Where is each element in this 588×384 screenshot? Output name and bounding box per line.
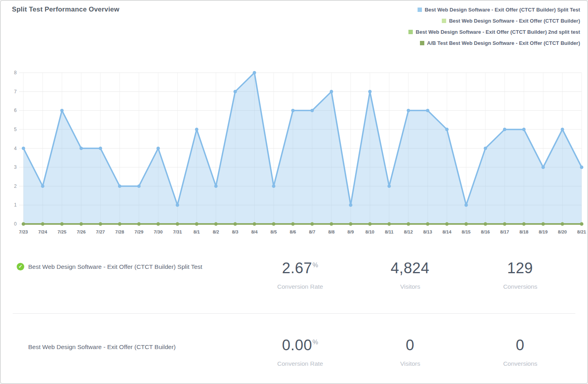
legend-swatch-icon bbox=[418, 8, 422, 12]
data-point[interactable] bbox=[349, 203, 352, 207]
legend-item[interactable]: Best Web Design Software - Exit Offer (C… bbox=[418, 4, 580, 15]
data-point[interactable] bbox=[407, 222, 410, 226]
data-point[interactable] bbox=[464, 203, 468, 207]
data-point[interactable] bbox=[542, 222, 545, 226]
y-axis-tick-label: 8 bbox=[14, 70, 17, 75]
data-point[interactable] bbox=[214, 222, 218, 226]
data-point[interactable] bbox=[426, 109, 429, 112]
chart-svg: 0123456787/237/247/257/267/277/287/297/3… bbox=[1, 52, 588, 239]
test-name-cell: Best Web Design Software - Exit Offer (C… bbox=[13, 337, 245, 351]
data-point[interactable] bbox=[118, 222, 122, 226]
data-point[interactable] bbox=[445, 222, 449, 226]
data-point[interactable] bbox=[60, 109, 64, 112]
data-point[interactable] bbox=[330, 90, 333, 93]
data-point[interactable] bbox=[522, 128, 526, 131]
test-name-label: Best Web Design Software - Exit Offer (C… bbox=[28, 339, 176, 351]
data-point[interactable] bbox=[272, 222, 276, 226]
stats-group: 0.00% Conversion Rate 0 Visitors 0 Conve… bbox=[245, 337, 575, 367]
data-point[interactable] bbox=[368, 222, 372, 226]
data-point[interactable] bbox=[464, 222, 468, 226]
data-point[interactable] bbox=[60, 222, 64, 226]
data-point[interactable] bbox=[234, 222, 237, 226]
data-point[interactable] bbox=[561, 128, 564, 131]
stat-value: 0 bbox=[355, 337, 465, 354]
x-axis-tick-label: 8/11 bbox=[385, 230, 394, 234]
data-point[interactable] bbox=[195, 222, 199, 226]
data-point[interactable] bbox=[291, 109, 295, 112]
x-axis-tick-label: 8/12 bbox=[404, 230, 413, 234]
legend-swatch-icon bbox=[420, 41, 424, 45]
data-point[interactable] bbox=[41, 184, 44, 188]
test-name-label: Best Web Design Software - Exit Offer (C… bbox=[28, 262, 202, 271]
data-point[interactable] bbox=[157, 222, 160, 226]
data-point[interactable] bbox=[407, 109, 410, 112]
data-point[interactable] bbox=[503, 128, 507, 131]
data-point[interactable] bbox=[99, 222, 102, 226]
data-point[interactable] bbox=[79, 147, 83, 150]
y-axis-tick-label: 1 bbox=[14, 202, 17, 208]
data-point[interactable] bbox=[176, 222, 179, 226]
data-point[interactable] bbox=[176, 203, 179, 207]
data-point[interactable] bbox=[99, 147, 102, 150]
x-axis-tick-label: 8/17 bbox=[500, 230, 509, 234]
x-axis-tick-label: 8/8 bbox=[328, 230, 335, 234]
x-axis-tick-label: 8/9 bbox=[348, 230, 354, 234]
legend-item[interactable]: Best Web Design Software - Exit Offer (C… bbox=[442, 15, 580, 26]
data-point[interactable] bbox=[214, 184, 218, 188]
data-point[interactable] bbox=[580, 222, 584, 226]
data-point[interactable] bbox=[118, 184, 122, 188]
data-point[interactable] bbox=[41, 222, 44, 226]
x-axis-tick-label: 7/31 bbox=[173, 230, 182, 234]
check-icon: ✓ bbox=[17, 263, 24, 270]
data-point[interactable] bbox=[22, 147, 25, 150]
stats-group: 2.67% Conversion Rate 4,824 Visitors 129… bbox=[245, 260, 575, 290]
chart-legend: Best Web Design Software - Exit Offer (C… bbox=[408, 4, 580, 48]
data-point[interactable] bbox=[137, 222, 141, 226]
legend-label: Best Web Design Software - Exit Offer (C… bbox=[449, 18, 580, 24]
data-point[interactable] bbox=[484, 222, 487, 226]
data-point[interactable] bbox=[79, 222, 83, 226]
data-point[interactable] bbox=[522, 222, 526, 226]
data-point[interactable] bbox=[503, 222, 507, 226]
legend-label: Best Web Design Software - Exit Offer (C… bbox=[425, 7, 580, 13]
data-point[interactable] bbox=[253, 71, 256, 75]
data-point[interactable] bbox=[387, 184, 391, 188]
data-point[interactable] bbox=[387, 222, 391, 226]
stat-conversion-rate: 0.00% Conversion Rate bbox=[245, 337, 355, 367]
data-point[interactable] bbox=[580, 166, 584, 169]
data-point[interactable] bbox=[291, 222, 295, 226]
legend-item[interactable]: A/B Test Best Web Design Software - Exit… bbox=[420, 37, 580, 48]
data-point[interactable] bbox=[484, 147, 487, 150]
data-point[interactable] bbox=[157, 147, 160, 150]
x-axis-tick-label: 8/18 bbox=[519, 230, 528, 234]
card-header: Split Test Performance Overview Best Web… bbox=[1, 1, 587, 52]
data-point[interactable] bbox=[137, 184, 141, 188]
data-point[interactable] bbox=[22, 222, 25, 226]
legend-item[interactable]: Best Web Design Software - Exit Offer (C… bbox=[408, 26, 580, 37]
data-point[interactable] bbox=[542, 166, 545, 169]
data-point[interactable] bbox=[349, 222, 352, 226]
data-point[interactable] bbox=[234, 90, 237, 93]
data-point[interactable] bbox=[368, 90, 372, 93]
data-point[interactable] bbox=[253, 222, 256, 226]
data-point[interactable] bbox=[272, 184, 276, 188]
stat-label: Visitors bbox=[355, 283, 465, 290]
stat-visitors: 0 Visitors bbox=[355, 337, 465, 367]
x-axis-tick-label: 8/14 bbox=[443, 230, 452, 234]
stat-visitors: 4,824 Visitors bbox=[355, 260, 465, 290]
data-point[interactable] bbox=[330, 222, 333, 226]
split-test-performance-card: Split Test Performance Overview Best Web… bbox=[0, 0, 588, 384]
data-point[interactable] bbox=[310, 109, 314, 112]
stat-conversions: 0 Conversions bbox=[465, 337, 575, 367]
data-point[interactable] bbox=[561, 222, 564, 226]
x-axis-tick-label: 8/7 bbox=[309, 230, 315, 234]
y-axis-tick-label: 7 bbox=[14, 89, 17, 95]
data-point[interactable] bbox=[195, 128, 199, 131]
x-axis-tick-label: 8/10 bbox=[366, 230, 374, 234]
x-axis-tick-label: 7/23 bbox=[19, 230, 28, 234]
x-axis-tick-label: 7/30 bbox=[154, 230, 162, 234]
data-point[interactable] bbox=[426, 222, 429, 226]
data-point[interactable] bbox=[310, 222, 314, 226]
data-point[interactable] bbox=[445, 128, 449, 131]
stat-value: 2.67% bbox=[245, 260, 355, 277]
